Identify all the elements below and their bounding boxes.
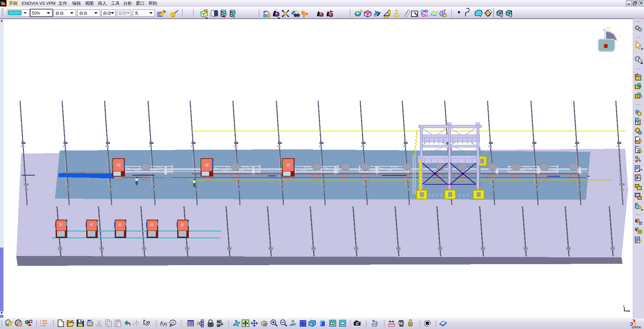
svg-text:分析: 分析 (123, 1, 132, 6)
svg-text:x: x (628, 309, 630, 313)
svg-text:自动: 自动 (118, 11, 126, 16)
svg-text:zy: zy (606, 26, 611, 31)
svg-text:50%: 50% (32, 11, 40, 16)
svg-text:文件: 文件 (58, 1, 67, 6)
svg-text:?: ? (147, 320, 150, 327)
svg-text:x: x (619, 34, 621, 38)
svg-text:窗口: 窗口 (136, 1, 145, 6)
svg-text:A: A (636, 176, 639, 181)
svg-text:编辑: 编辑 (72, 1, 81, 6)
svg-text:n: n (637, 202, 638, 204)
svg-text:(x): (x) (162, 322, 167, 326)
svg-text:ENOVIA V5 VPM: ENOVIA V5 VPM (22, 1, 56, 6)
svg-text:自动: 自动 (79, 11, 87, 16)
svg-text:开始: 开始 (9, 1, 18, 6)
svg-text:视图: 视图 (85, 1, 94, 6)
svg-text:帮助: 帮助 (148, 1, 157, 6)
svg-text:自动: 自动 (55, 11, 63, 16)
svg-text:CATIA: CATIA (632, 326, 641, 329)
svg-text:自动: 自动 (103, 11, 111, 16)
svg-text:z: z (623, 304, 625, 308)
svg-text:工具: 工具 (111, 1, 120, 6)
svg-text:无: 无 (134, 11, 139, 16)
svg-text:插入: 插入 (97, 1, 107, 6)
